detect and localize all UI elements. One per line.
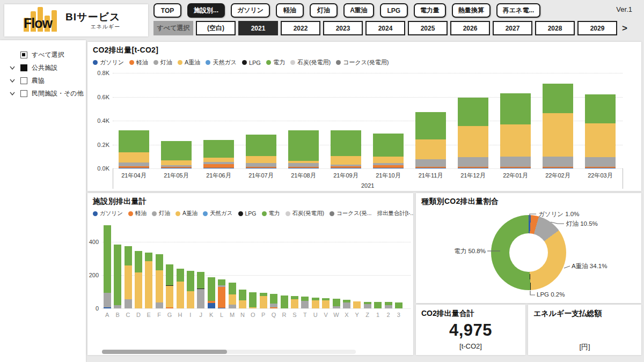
stacked-bar-V[interactable] (322, 298, 330, 308)
bar-segment (218, 287, 225, 308)
year-filter-2023[interactable]: 2023 (323, 21, 363, 35)
legend-item[interactable]: LPG (238, 210, 257, 217)
stacked-bar-M[interactable] (229, 283, 236, 308)
stacked-bar-E[interactable] (145, 253, 152, 308)
scrollbar-thumb[interactable] (102, 350, 227, 354)
stacked-bar-G[interactable] (166, 264, 173, 308)
stacked-bar-P[interactable] (260, 293, 267, 308)
legend-item[interactable]: 天然ガス (203, 210, 233, 217)
checkbox-unchecked[interactable] (20, 77, 27, 84)
stacked-bar-3[interactable] (395, 302, 402, 308)
year-filter-2029[interactable]: 2029 (577, 21, 617, 35)
stacked-bar-21年11月[interactable] (415, 112, 446, 168)
tab-7[interactable]: 電力量 (414, 3, 446, 18)
stacked-bar-T[interactable] (301, 297, 309, 308)
stacked-bar-Z[interactable] (364, 302, 371, 308)
stacked-bar-J[interactable] (197, 272, 204, 308)
chevron-down-icon[interactable] (10, 90, 18, 97)
stacked-bar-21年04月[interactable] (119, 130, 149, 168)
x-axis-label: O (248, 312, 258, 318)
stacked-bar-F[interactable] (156, 254, 163, 308)
stacked-bar-O[interactable] (249, 292, 257, 308)
legend-item[interactable]: 灯油 (153, 58, 172, 67)
legend-item[interactable]: 電力 (266, 58, 285, 67)
chevron-down-icon[interactable] (10, 77, 18, 84)
tab-4[interactable]: 灯油 (310, 3, 338, 18)
stacked-bar-22年01月[interactable] (500, 93, 531, 168)
year-filter-2028[interactable]: 2028 (535, 21, 575, 35)
stacked-bar-Q[interactable] (270, 294, 277, 308)
legend-item[interactable]: コークス(発... (330, 210, 372, 217)
sidebar-item[interactable]: 民間施設・その他 (0, 87, 86, 100)
stacked-bar-Y[interactable] (353, 301, 361, 308)
legend-item[interactable]: 石炭(発電用) (290, 58, 331, 67)
stacked-bar-S[interactable] (291, 296, 298, 308)
stacked-bar-21年08月[interactable] (288, 130, 319, 168)
bar-segment (239, 290, 246, 300)
stacked-bar-H[interactable] (177, 269, 184, 308)
legend-item[interactable]: A重油 (175, 210, 197, 217)
stacked-bar-1[interactable] (374, 302, 382, 308)
checkbox-partial[interactable] (20, 51, 27, 58)
stacked-bar-22年03月[interactable] (585, 94, 616, 168)
legend-item[interactable]: コークス(発電用) (336, 58, 389, 67)
sidebar-item[interactable]: 公共施設 (0, 61, 86, 74)
legend-item[interactable]: ガソリン (93, 58, 124, 67)
stacked-bar-W[interactable] (333, 299, 340, 308)
year-filter-2027[interactable]: 2027 (493, 21, 532, 35)
legend-item[interactable]: 電力 (262, 210, 280, 217)
tab-8[interactable]: 熱量換算 (452, 3, 491, 18)
year-filter-(空白)[interactable]: (空白) (196, 21, 236, 35)
chevron-right-icon[interactable]: > (622, 23, 627, 34)
tab-9[interactable]: 再エネ電... (496, 3, 541, 18)
year-filter-すべて選択[interactable]: すべて選択 (153, 21, 193, 35)
legend-item[interactable]: 灯油 (152, 210, 170, 217)
stacked-bar-D[interactable] (135, 251, 142, 308)
stacked-bar-21年10月[interactable] (373, 134, 404, 168)
chevron-down-icon[interactable] (10, 64, 18, 71)
year-filter-2025[interactable]: 2025 (408, 21, 448, 35)
version-label: Ver.1 (616, 5, 632, 13)
stacked-bar-2[interactable] (385, 302, 392, 308)
legend-item[interactable]: 天然ガス (206, 58, 237, 67)
chart-horizontal-scrollbar[interactable] (102, 350, 356, 354)
x-axis-label: E (144, 312, 154, 318)
stacked-bar-R[interactable] (281, 295, 288, 308)
tab-3[interactable]: 軽油 (276, 3, 304, 18)
tab-top[interactable]: TOP (153, 3, 181, 18)
stacked-bar-C[interactable] (125, 246, 132, 308)
legend-item[interactable]: LPG (242, 60, 261, 66)
stacked-bar-L[interactable] (218, 279, 225, 308)
sidebar-item[interactable]: すべて選択 (0, 48, 86, 61)
year-filter-2022[interactable]: 2022 (281, 21, 320, 35)
stacked-bar-A[interactable] (104, 225, 111, 308)
year-filter-2021[interactable]: 2021 (238, 21, 278, 35)
tab-6[interactable]: LPG (380, 3, 408, 18)
checkbox-checked[interactable] (20, 64, 27, 71)
stacked-bar-21年06月[interactable] (203, 140, 234, 168)
stacked-bar-22年02月[interactable] (543, 84, 573, 168)
legend-item[interactable]: A重油 (178, 58, 200, 67)
legend-item[interactable]: 軽油 (129, 58, 148, 67)
stacked-bar-X[interactable] (343, 300, 350, 308)
stacked-bar-21年05月[interactable] (161, 141, 192, 168)
sidebar-item[interactable]: 農協 (0, 74, 86, 87)
year-filter-2024[interactable]: 2024 (365, 21, 405, 35)
stacked-bar-21年07月[interactable] (246, 135, 276, 168)
tab-2[interactable]: ガソリン (231, 3, 270, 18)
stacked-bar-B[interactable] (114, 245, 121, 308)
legend-item[interactable]: 軽油 (128, 210, 147, 217)
tab-5[interactable]: A重油 (343, 3, 374, 18)
tab-1[interactable]: 施設別... (187, 3, 225, 18)
stacked-bar-21年12月[interactable] (458, 98, 488, 168)
stacked-bar-K[interactable] (208, 277, 215, 308)
stacked-bar-U[interactable] (312, 298, 319, 308)
legend-item[interactable]: ガソリン (93, 210, 123, 217)
year-filter-2026[interactable]: 2026 (450, 21, 490, 35)
legend-item[interactable]: 石炭(発電用) (286, 210, 325, 217)
checkbox-unchecked[interactable] (20, 90, 27, 97)
stacked-bar-N[interactable] (239, 290, 246, 308)
legend-item[interactable]: 排出量合計[t-... (377, 210, 413, 217)
stacked-bar-I[interactable] (187, 271, 194, 308)
stacked-bar-21年09月[interactable] (331, 130, 361, 168)
